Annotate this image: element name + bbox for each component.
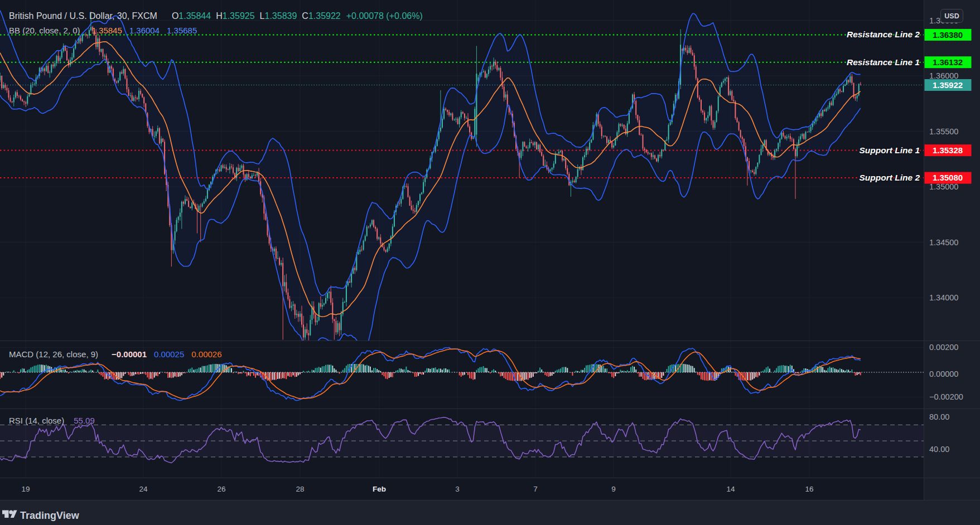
svg-text:9: 9	[611, 485, 616, 493]
svg-text:−0.00200: −0.00200	[929, 392, 963, 401]
svg-text:1.36000: 1.36000	[929, 71, 958, 80]
svg-text:1.35500: 1.35500	[929, 127, 958, 136]
svg-text:1.35080: 1.35080	[933, 173, 963, 182]
svg-text:0.00000: 0.00000	[929, 370, 958, 378]
svg-text:26: 26	[217, 485, 225, 493]
svg-text:1.34000: 1.34000	[929, 293, 958, 302]
svg-text:28: 28	[296, 485, 304, 493]
svg-text:British Pound / U.S. Dollar, 3: British Pound / U.S. Dollar, 30, FXCMO1.…	[9, 11, 423, 21]
svg-text:80.00: 80.00	[929, 412, 949, 421]
svg-text:1.35922: 1.35922	[933, 80, 963, 90]
svg-text:7: 7	[533, 485, 538, 493]
svg-text:16: 16	[805, 485, 813, 493]
svg-text:Resistance Line 2: Resistance Line 2	[847, 30, 920, 39]
svg-text:USD: USD	[944, 12, 959, 20]
svg-text:TradingView: TradingView	[20, 510, 80, 521]
svg-text:24: 24	[139, 485, 148, 493]
svg-text:BB (20, close, 2, 0)1.358451.3: BB (20, close, 2, 0)1.358451.360041.3568…	[9, 26, 197, 35]
svg-text:1.35328: 1.35328	[933, 145, 963, 155]
svg-text:3: 3	[455, 485, 460, 493]
svg-text:RSI (14, close)55.09: RSI (14, close)55.09	[9, 416, 95, 425]
svg-text:Support Line 2: Support Line 2	[860, 173, 920, 182]
svg-text:1.36132: 1.36132	[933, 57, 963, 67]
svg-text:0.00200: 0.00200	[929, 343, 958, 352]
svg-text:1.34500: 1.34500	[929, 238, 958, 247]
svg-text:1.36380: 1.36380	[933, 30, 963, 40]
svg-text:40.00: 40.00	[929, 445, 949, 454]
svg-text:19: 19	[21, 485, 30, 493]
svg-text:Resistance Line 1: Resistance Line 1	[847, 57, 920, 67]
svg-text:14: 14	[726, 485, 735, 493]
svg-text:Support Line 1: Support Line 1	[860, 145, 920, 155]
svg-text:Feb: Feb	[373, 485, 386, 493]
